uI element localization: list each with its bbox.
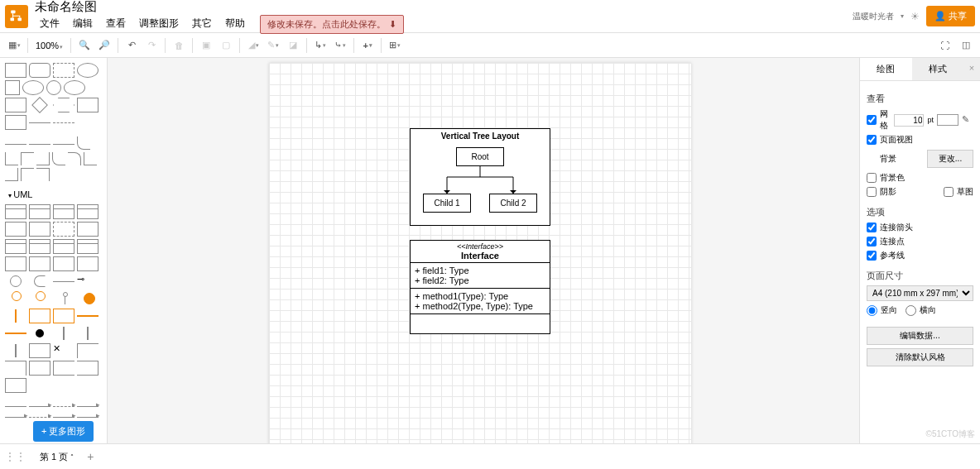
interface-empty[interactable] — [411, 313, 550, 333]
guides-checkbox[interactable] — [867, 251, 877, 261]
shape-process[interactable] — [5, 98, 26, 112]
conn-curve7[interactable] — [84, 152, 97, 165]
uml-conn5[interactable] — [5, 417, 26, 419]
shape-dashed[interactable] — [53, 122, 74, 123]
tree-child1[interactable]: Child 1 — [423, 194, 471, 213]
menu-help[interactable]: 帮助 — [220, 15, 250, 34]
interface-methods[interactable]: + method1(Type): Type + method2(Type, Ty… — [411, 288, 550, 313]
uml-pkg2[interactable] — [29, 256, 50, 271]
waypoints-icon[interactable]: ⤷ — [331, 36, 349, 55]
shape-note[interactable] — [77, 98, 98, 112]
interface-box[interactable]: <<Interface>> Interface + field1: Type +… — [410, 240, 550, 334]
uml-pkg3[interactable] — [53, 256, 74, 271]
uml-box2[interactable] — [29, 222, 50, 237]
shape-text[interactable] — [53, 63, 74, 78]
pagesize-select[interactable]: A4 (210 mm x 297 mm) — [867, 285, 973, 301]
page-tab-1[interactable]: 第 1 页 ˄ — [33, 448, 80, 466]
conn-1[interactable] — [5, 144, 26, 145]
menu-view[interactable]: 查看 — [101, 15, 131, 34]
edit-data-button[interactable]: 编辑数据... — [867, 327, 973, 345]
grid-checkbox[interactable] — [867, 115, 877, 125]
sketch-checkbox[interactable] — [944, 187, 954, 197]
conn-curve2[interactable] — [5, 152, 18, 165]
shape-ring[interactable] — [64, 80, 85, 95]
uml-comp3[interactable] — [53, 239, 74, 254]
uml-conn4[interactable] — [77, 406, 98, 408]
shadow-icon[interactable]: ◪ — [284, 36, 302, 55]
undo-icon[interactable]: ↶ — [122, 36, 141, 55]
clear-style-button[interactable]: 清除默认风格 — [867, 348, 973, 366]
outline-icon[interactable]: ⋮⋮ — [5, 451, 26, 462]
pencil-icon[interactable]: ✎ — [962, 114, 973, 126]
uml-orange4[interactable] — [5, 333, 26, 334]
uml-box3[interactable] — [53, 222, 74, 237]
uml-circle[interactable] — [10, 275, 22, 287]
shape-rect[interactable] — [5, 63, 26, 78]
uml-frame5[interactable] — [5, 378, 26, 393]
shape-hline[interactable] — [29, 122, 50, 123]
menu-file[interactable]: 文件 — [35, 15, 65, 34]
uml-frame1[interactable] — [29, 343, 50, 358]
conn-3[interactable] — [53, 144, 74, 145]
uml-conn3[interactable] — [53, 406, 74, 408]
uml-class4[interactable] — [77, 204, 98, 219]
pageview-checkbox[interactable] — [867, 135, 877, 145]
uml-class3[interactable] — [53, 204, 74, 219]
uml-bar1[interactable] — [63, 327, 65, 340]
uml-bar-v[interactable] — [15, 309, 17, 323]
to-front-icon[interactable]: ▣ — [197, 36, 215, 55]
more-shapes-button[interactable]: + 更多图形 — [33, 421, 94, 442]
conn-curve1[interactable] — [77, 136, 90, 150]
conn-curve9[interactable] — [21, 168, 34, 181]
uml-comp1[interactable] — [5, 239, 26, 254]
shape-rounded[interactable] — [29, 63, 50, 78]
shape-diamond[interactable] — [31, 97, 48, 113]
uml-actor-orange2[interactable] — [34, 291, 46, 306]
uml-x[interactable]: ✕ — [53, 343, 74, 358]
conn-curve3[interactable] — [21, 152, 34, 165]
uml-bar3[interactable] — [15, 344, 17, 357]
conn-curve8[interactable] — [5, 168, 18, 181]
uml-box1[interactable] — [5, 222, 26, 237]
tree-child2[interactable]: Child 2 — [489, 194, 537, 213]
uml-fork[interactable] — [53, 281, 74, 282]
field-row[interactable]: + field1: Type — [415, 266, 545, 275]
uml-orange3[interactable] — [77, 315, 98, 317]
grid-color-swatch[interactable] — [937, 114, 958, 126]
uml-frame4[interactable] — [77, 361, 98, 376]
tree-title[interactable]: Vertical Tree Layout — [411, 129, 550, 143]
share-button[interactable]: 👤 共享 — [926, 6, 975, 26]
uml-comp2[interactable] — [29, 239, 50, 254]
to-back-icon[interactable]: ▢ — [217, 36, 235, 55]
uml-corner2[interactable] — [5, 361, 26, 376]
theme-icon[interactable]: ☀ — [910, 11, 920, 22]
zoom-in-icon[interactable]: 🔍 — [75, 36, 94, 55]
uml-conn7[interactable] — [53, 417, 74, 419]
grid-size-input[interactable] — [894, 114, 924, 127]
uml-box4[interactable] — [77, 222, 98, 237]
uml-orange1[interactable] — [29, 309, 50, 323]
interface-fields[interactable]: + field1: Type + field2: Type — [411, 262, 550, 288]
add-page-button[interactable]: + — [87, 450, 94, 463]
zoom-out-icon[interactable]: 🔎 — [95, 36, 113, 55]
chevron-down-icon[interactable]: ▾ — [901, 12, 904, 20]
save-warning[interactable]: 修改未保存。点击此处保存。 ⬇ — [260, 15, 404, 34]
portrait-radio[interactable] — [867, 305, 877, 316]
uml-halfcircle[interactable] — [34, 275, 46, 287]
shape-circle[interactable] — [46, 80, 61, 95]
document-title[interactable]: 未命名绘图 — [35, 0, 394, 15]
format-panel-icon[interactable]: ◫ — [957, 36, 975, 55]
menu-arrange[interactable]: 调整图形 — [134, 15, 184, 34]
uml-orange2[interactable] — [53, 309, 74, 323]
uml-conn8[interactable] — [77, 417, 98, 419]
shape-card[interactable] — [5, 115, 26, 130]
uml-bar2[interactable] — [87, 327, 89, 340]
line-color-icon[interactable]: ✎ — [264, 36, 282, 55]
table-icon[interactable]: ⊞ — [386, 36, 404, 55]
bgcolor-checkbox[interactable] — [867, 173, 877, 183]
uml-pkg4[interactable] — [77, 256, 98, 271]
shadow-checkbox[interactable] — [867, 187, 877, 197]
app-logo[interactable] — [5, 5, 28, 28]
interface-header[interactable]: <<Interface>> Interface — [411, 241, 550, 262]
view-dropdown[interactable]: ▦ — [5, 36, 23, 55]
